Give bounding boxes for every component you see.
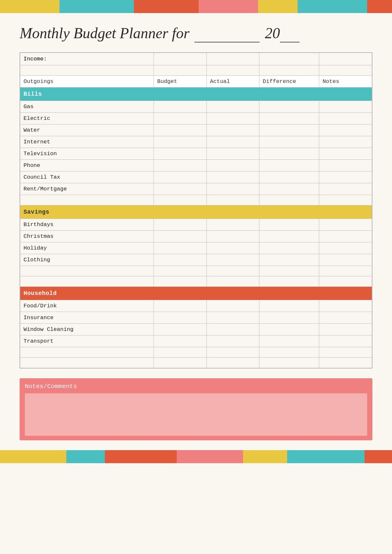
diff-transport[interactable] — [259, 335, 319, 347]
diff-phone[interactable] — [259, 160, 319, 171]
diff-television[interactable] — [259, 148, 319, 160]
diff-birthdays[interactable] — [259, 219, 319, 231]
actual-insurance[interactable] — [206, 312, 259, 324]
notes-label: Notes/Comments — [25, 383, 367, 390]
notes-comments-box[interactable]: Notes/Comments — [20, 378, 372, 440]
diff-christmas[interactable] — [259, 231, 319, 242]
diff-water[interactable] — [259, 124, 319, 136]
notes-holiday[interactable] — [319, 242, 372, 254]
top-deco-bar — [0, 0, 392, 13]
budget-christmas[interactable] — [154, 231, 207, 242]
budget-internet[interactable] — [154, 136, 207, 148]
label-internet: Internet — [20, 136, 154, 148]
budget-holiday[interactable] — [154, 242, 207, 254]
notes-gas[interactable] — [319, 101, 372, 113]
row-council-tax: Council Tax — [20, 171, 372, 183]
budget-table: Income: Outgoings Budget Actual Differen… — [20, 53, 372, 368]
notes-water[interactable] — [319, 124, 372, 136]
diff-internet[interactable] — [259, 136, 319, 148]
label-water: Water — [20, 124, 154, 136]
budget-food-drink[interactable] — [154, 300, 207, 312]
budget-transport[interactable] — [154, 335, 207, 347]
notes-christmas[interactable] — [319, 231, 372, 242]
row-clothing: Clothing — [20, 254, 372, 266]
actual-gas[interactable] — [206, 101, 259, 113]
title-text: Monthly Budget Planner for — [20, 25, 189, 41]
actual-holiday[interactable] — [206, 242, 259, 254]
budget-phone[interactable] — [154, 160, 207, 171]
diff-electric[interactable] — [259, 113, 319, 124]
budget-gas[interactable] — [154, 101, 207, 113]
notes-clothing[interactable] — [319, 254, 372, 266]
diff-holiday[interactable] — [259, 242, 319, 254]
income-notes-cell[interactable] — [319, 53, 372, 65]
label-window-cleaning: Window Cleaning — [20, 324, 154, 335]
bills-label: Bills — [20, 88, 372, 101]
budget-rent-mortgage[interactable] — [154, 183, 207, 195]
budget-water[interactable] — [154, 124, 207, 136]
budget-clothing[interactable] — [154, 254, 207, 266]
notes-transport[interactable] — [319, 335, 372, 347]
actual-window-cleaning[interactable] — [206, 324, 259, 335]
spacer-row-1 — [20, 65, 372, 76]
budget-electric[interactable] — [154, 113, 207, 124]
actual-clothing[interactable] — [206, 254, 259, 266]
budget-insurance[interactable] — [154, 312, 207, 324]
actual-electric[interactable] — [206, 113, 259, 124]
notes-food-drink[interactable] — [319, 300, 372, 312]
title-year-line[interactable] — [280, 24, 300, 42]
label-insurance: Insurance — [20, 312, 154, 324]
notes-council-tax[interactable] — [319, 171, 372, 183]
col-difference: Difference — [259, 76, 319, 88]
label-gas: Gas — [20, 101, 154, 113]
income-budget-cell[interactable] — [154, 53, 207, 65]
actual-food-drink[interactable] — [206, 300, 259, 312]
diff-clothing[interactable] — [259, 254, 319, 266]
row-insurance: Insurance — [20, 312, 372, 324]
diff-insurance[interactable] — [259, 312, 319, 324]
title-name-line[interactable] — [194, 31, 260, 42]
budget-council-tax[interactable] — [154, 171, 207, 183]
notes-internet[interactable] — [319, 136, 372, 148]
spacer-row-3 — [20, 266, 372, 276]
actual-rent-mortgage[interactable] — [206, 183, 259, 195]
actual-birthdays[interactable] — [206, 219, 259, 231]
savings-label: Savings — [20, 205, 372, 219]
budget-birthdays[interactable] — [154, 219, 207, 231]
notes-television[interactable] — [319, 148, 372, 160]
spacer-row-4 — [20, 276, 372, 287]
actual-council-tax[interactable] — [206, 171, 259, 183]
row-internet: Internet — [20, 136, 372, 148]
diff-gas[interactable] — [259, 101, 319, 113]
spacer-row-2 — [20, 195, 372, 205]
notes-phone[interactable] — [319, 160, 372, 171]
row-holiday: Holiday — [20, 242, 372, 254]
actual-water[interactable] — [206, 124, 259, 136]
income-diff-cell[interactable] — [259, 53, 319, 65]
notes-insurance[interactable] — [319, 312, 372, 324]
bottom-deco-bar — [0, 450, 392, 463]
notes-birthdays[interactable] — [319, 219, 372, 231]
income-actual-cell[interactable] — [206, 53, 259, 65]
diff-council-tax[interactable] — [259, 171, 319, 183]
notes-rent-mortgage[interactable] — [319, 183, 372, 195]
income-label: Income: — [20, 53, 154, 65]
actual-transport[interactable] — [206, 335, 259, 347]
row-television: Television — [20, 148, 372, 160]
label-clothing: Clothing — [20, 254, 154, 266]
actual-internet[interactable] — [206, 136, 259, 148]
label-television: Television — [20, 148, 154, 160]
row-food-drink: Food/Drink — [20, 300, 372, 312]
notes-window-cleaning[interactable] — [319, 324, 372, 335]
notes-electric[interactable] — [319, 113, 372, 124]
diff-rent-mortgage[interactable] — [259, 183, 319, 195]
diff-food-drink[interactable] — [259, 300, 319, 312]
notes-content-area[interactable] — [25, 393, 367, 436]
label-birthdays: Birthdays — [20, 219, 154, 231]
diff-window-cleaning[interactable] — [259, 324, 319, 335]
actual-phone[interactable] — [206, 160, 259, 171]
actual-christmas[interactable] — [206, 231, 259, 242]
budget-television[interactable] — [154, 148, 207, 160]
actual-television[interactable] — [206, 148, 259, 160]
budget-window-cleaning[interactable] — [154, 324, 207, 335]
